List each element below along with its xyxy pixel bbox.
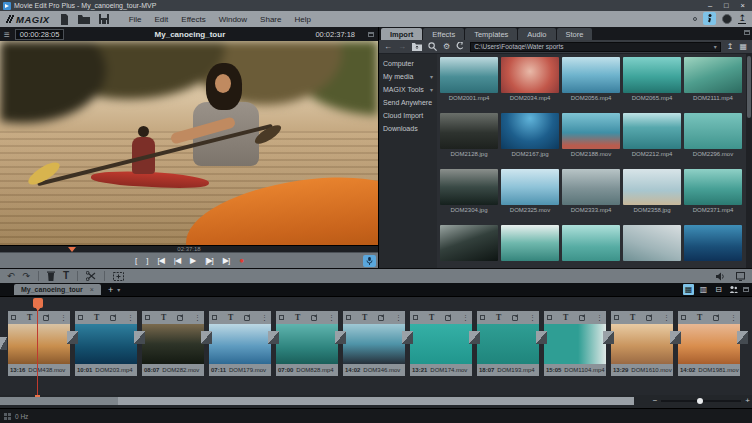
media-item[interactable]: DOM2111.mp4 <box>684 57 742 102</box>
storyboard-mode-button[interactable]: ▦ <box>683 284 694 295</box>
menu-item-window[interactable]: Window <box>219 15 247 24</box>
undock-icon[interactable] <box>368 32 374 37</box>
clip-thumbnail[interactable] <box>209 324 271 364</box>
clip-title-button[interactable]: T <box>496 313 501 322</box>
media-thumbnail[interactable] <box>562 225 620 261</box>
clip-effects-icon[interactable] <box>244 315 250 321</box>
clip-title-button[interactable]: T <box>161 313 166 322</box>
media-item[interactable] <box>684 225 742 268</box>
clip-menu-icon[interactable]: ⋮ <box>127 314 134 322</box>
timeline-clip[interactable]: T⋮13:16DOM438.mov <box>8 311 70 376</box>
tree-item-cloud-import[interactable]: Cloud Import <box>379 109 437 122</box>
timeline-tab[interactable]: My_canoeing_tour × <box>14 284 101 295</box>
media-thumbnail[interactable] <box>684 57 742 93</box>
clip-title-button[interactable]: T <box>228 313 233 322</box>
media-item[interactable] <box>562 225 620 268</box>
clip-thumbnail[interactable] <box>142 324 204 364</box>
timeline-scrollbar[interactable] <box>0 397 634 405</box>
undo-button[interactable]: ↶ <box>7 269 15 283</box>
media-thumbnail[interactable] <box>684 169 742 205</box>
timeline-mode-button[interactable]: ▥ <box>698 284 709 295</box>
tree-item-my-media[interactable]: My media▾ <box>379 70 437 83</box>
clip-effects-icon[interactable] <box>378 315 384 321</box>
tree-item-downloads[interactable]: Downloads <box>379 122 437 135</box>
tree-item-computer[interactable]: Computer <box>379 57 437 70</box>
transition-button[interactable] <box>737 331 748 344</box>
media-thumbnail[interactable] <box>562 113 620 149</box>
clip-select-checkbox[interactable] <box>145 315 150 320</box>
clip-menu-icon[interactable]: ⋮ <box>596 314 603 322</box>
scene-overview-button[interactable]: ⊟ <box>713 284 724 295</box>
folder-up-icon[interactable] <box>412 42 422 51</box>
cut-button[interactable] <box>86 271 96 281</box>
mark-in-button[interactable]: [ <box>135 256 136 265</box>
timeline-clip[interactable]: T⋮13:21DOM174.mov <box>410 311 472 376</box>
media-thumbnail[interactable] <box>440 225 498 261</box>
open-project-icon[interactable] <box>78 14 90 25</box>
video-preview[interactable] <box>0 41 378 245</box>
zoom-out-button[interactable]: − <box>653 397 658 405</box>
clip-thumbnail[interactable] <box>611 324 673 364</box>
new-project-icon[interactable] <box>60 14 69 25</box>
tree-item-send-anywhere[interactable]: Send Anywhere <box>379 96 437 109</box>
clip-effects-icon[interactable] <box>713 315 719 321</box>
clip-menu-icon[interactable]: ⋮ <box>730 314 737 322</box>
menu-item-file[interactable]: File <box>129 15 142 24</box>
timeline-scrollbar-thumb[interactable] <box>0 397 118 405</box>
media-item[interactable]: DOM2325.mov <box>501 169 559 214</box>
media-item[interactable] <box>623 225 681 268</box>
media-thumbnail[interactable] <box>440 113 498 149</box>
timeline-clip[interactable]: T⋮14:02DOM1981.mov <box>678 311 740 376</box>
clip-menu-icon[interactable]: ⋮ <box>60 314 67 322</box>
tree-item-magix-tools[interactable]: MAGIX Tools▾ <box>379 83 437 96</box>
media-scrollbar[interactable] <box>746 54 752 268</box>
tab-audio[interactable]: Audio <box>518 28 555 40</box>
clip-title-button[interactable]: T <box>563 313 568 322</box>
record-button[interactable]: ● <box>239 256 243 265</box>
media-thumbnail[interactable] <box>440 57 498 93</box>
media-item[interactable] <box>501 225 559 268</box>
clip-title-button[interactable]: T <box>27 313 32 322</box>
multicam-button[interactable] <box>728 284 739 295</box>
media-item[interactable]: DOM2128.jpg <box>440 113 498 158</box>
timeline-clip[interactable]: T⋮07:00DOM828.mp4 <box>276 311 338 376</box>
clip-menu-icon[interactable]: ⋮ <box>395 314 402 322</box>
media-item[interactable]: DOM2371.mp4 <box>684 169 742 214</box>
device-capture-icon[interactable] <box>456 42 464 51</box>
media-thumbnail[interactable] <box>562 169 620 205</box>
media-item[interactable]: DOM2056.mp4 <box>562 57 620 102</box>
media-thumbnail[interactable] <box>684 225 742 261</box>
import-icon[interactable]: ↥ <box>727 42 734 51</box>
movie-list-dropdown-icon[interactable]: ▾ <box>117 286 120 293</box>
clip-thumbnail[interactable] <box>75 324 137 364</box>
media-thumbnail[interactable] <box>623 113 681 149</box>
transition-button[interactable] <box>268 331 279 344</box>
transition-button[interactable] <box>201 331 212 344</box>
zoom-slider-handle[interactable] <box>697 398 703 404</box>
clip-select-checkbox[interactable] <box>480 315 485 320</box>
clip-effects-icon[interactable] <box>445 315 451 321</box>
clip-effects-icon[interactable] <box>311 315 317 321</box>
menu-item-help[interactable]: Help <box>294 15 310 24</box>
menu-item-effects[interactable]: Effects <box>181 15 205 24</box>
media-thumbnail[interactable] <box>623 169 681 205</box>
clip-thumbnail[interactable] <box>8 324 70 364</box>
zoom-slider[interactable] <box>661 400 741 402</box>
media-thumbnail[interactable] <box>501 225 559 261</box>
clip-thumbnail[interactable] <box>343 324 405 364</box>
clip-title-button[interactable]: T <box>362 313 367 322</box>
clip-menu-icon[interactable]: ⋮ <box>663 314 670 322</box>
clip-menu-icon[interactable]: ⋮ <box>462 314 469 322</box>
tree-caret-icon[interactable]: ▾ <box>430 86 433 93</box>
storyboard-area[interactable]: T⋮13:16DOM438.movT⋮10:01DOM203.mp4T⋮08:0… <box>0 296 752 395</box>
media-thumbnail[interactable] <box>562 57 620 93</box>
monitor-icon[interactable] <box>736 272 745 281</box>
zoom-in-button[interactable]: + <box>745 397 750 405</box>
clip-effects-icon[interactable] <box>646 315 652 321</box>
tab-templates[interactable]: Templates <box>465 28 517 40</box>
clip-effects-icon[interactable] <box>177 315 183 321</box>
tab-effects[interactable]: Effects <box>423 28 464 40</box>
media-thumbnail[interactable] <box>623 225 681 261</box>
path-field[interactable]: C:\Users\Footage\Water sports ▾ <box>470 42 721 52</box>
timeline-clip[interactable]: T⋮13:29DOM1610.mov <box>611 311 673 376</box>
